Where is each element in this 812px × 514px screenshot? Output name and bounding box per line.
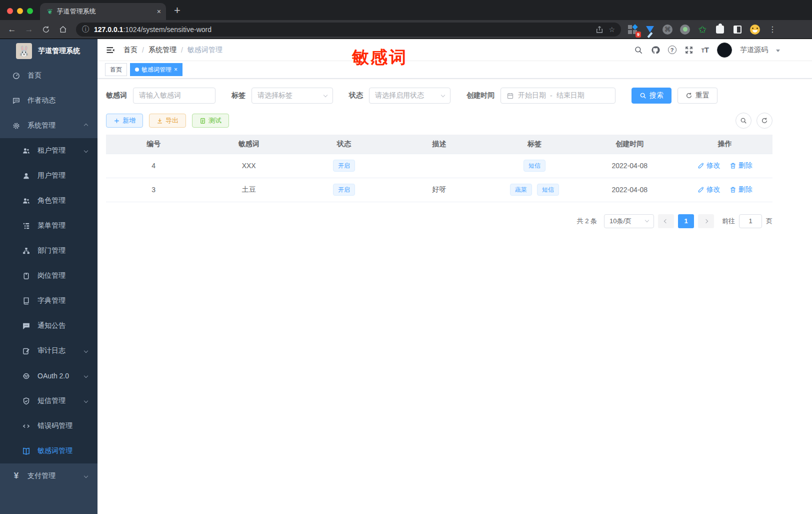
- app-logo[interactable]: 🐰 芋道管理系统: [0, 39, 98, 63]
- extensions-area: 9 ⌘ ✩ ⋮: [627, 24, 807, 35]
- table-toolbar: 新增 导出 测试: [106, 113, 772, 129]
- extension-star-icon[interactable]: ✩: [697, 24, 708, 35]
- refresh-icon: [761, 117, 768, 124]
- close-window-button[interactable]: [7, 8, 13, 14]
- tag-home[interactable]: 首页: [105, 63, 127, 76]
- bookmark-star-icon[interactable]: ☆: [608, 26, 615, 34]
- username[interactable]: 芋道源码: [740, 46, 768, 55]
- sidebar-item-role[interactable]: 角色管理: [0, 188, 98, 213]
- help-icon[interactable]: ?: [668, 46, 676, 54]
- goto-page-input[interactable]: 1: [739, 214, 762, 228]
- tag-select[interactable]: 请选择标签: [252, 88, 333, 104]
- delete-button[interactable]: 删除: [730, 185, 752, 194]
- sidebar-item-dept[interactable]: 部门管理: [0, 238, 98, 263]
- share-icon[interactable]: [596, 26, 604, 34]
- sidebar-item-oauth[interactable]: OAuth 2.0: [0, 363, 98, 388]
- sidebar-item-sms[interactable]: 短信管理: [0, 388, 98, 413]
- tree-menu-icon: [22, 222, 30, 230]
- forward-button[interactable]: →: [22, 23, 36, 37]
- keyword-input[interactable]: 请输入敏感词: [133, 88, 216, 104]
- reset-button[interactable]: 重置: [678, 88, 718, 104]
- tab-favicon-icon: ❦: [47, 8, 53, 16]
- page-1-button[interactable]: 1: [678, 214, 694, 228]
- window-controls[interactable]: [0, 8, 40, 20]
- cell-description: 好呀: [392, 178, 486, 202]
- sidebar-item-label: 用户管理: [38, 171, 66, 180]
- sidebar-item-author-news[interactable]: 作者动态: [0, 88, 98, 113]
- tag-sensitive-word[interactable]: 敏感词管理 ×: [130, 63, 182, 76]
- back-button[interactable]: ←: [5, 23, 19, 37]
- date-range-picker[interactable]: 开始日期 - 结束日期: [500, 88, 616, 104]
- pagination: 共 2 条 10条/页 1 前往 1 页: [106, 214, 772, 228]
- sidebar-item-menu[interactable]: 菜单管理: [0, 213, 98, 238]
- tag-close-icon[interactable]: ×: [174, 66, 178, 73]
- chevron-down-icon: [84, 149, 88, 153]
- filter-date-label: 创建时间: [466, 91, 494, 100]
- user-menu-caret-icon[interactable]: [776, 50, 780, 52]
- new-tab-button[interactable]: +: [166, 5, 188, 20]
- chat-icon: [12, 97, 20, 105]
- sidebar-item-pay[interactable]: ¥ 支付管理: [0, 463, 98, 488]
- extension-puzzle-icon[interactable]: [714, 24, 726, 35]
- delete-button[interactable]: 删除: [730, 161, 752, 170]
- profile-avatar-icon[interactable]: [750, 24, 760, 35]
- sidebar-item-label: 短信管理: [38, 396, 66, 405]
- sidebar-item-user[interactable]: 用户管理: [0, 163, 98, 188]
- filter-keyword: 敏感词 请输入敏感词: [106, 88, 216, 104]
- sidebar-item-label: 岗位管理: [38, 271, 66, 280]
- user-avatar[interactable]: [717, 43, 732, 58]
- sidebar-item-error-code[interactable]: 错误码管理: [0, 413, 98, 438]
- add-button[interactable]: 新增: [106, 114, 143, 128]
- minimize-window-button[interactable]: [17, 8, 23, 14]
- page-size-select[interactable]: 10条/页: [604, 214, 654, 228]
- toggle-search-button[interactable]: [736, 113, 752, 129]
- cell-word: 土豆: [201, 178, 296, 202]
- search-icon: [740, 117, 747, 124]
- cell-description: [392, 154, 486, 178]
- extension-funnel-icon[interactable]: [644, 24, 656, 35]
- sidebar-item-sensitive-word[interactable]: 敏感词管理: [0, 438, 98, 463]
- filter-tag-label: 标签: [232, 91, 246, 100]
- sidebar-item-tenant[interactable]: 租户管理: [0, 138, 98, 163]
- chevron-up-icon: [84, 124, 88, 128]
- refresh-table-button[interactable]: [756, 113, 772, 129]
- sidebar-item-dict[interactable]: 字典管理: [0, 288, 98, 313]
- sidebar-item-label: 菜单管理: [38, 221, 66, 230]
- home-button[interactable]: [56, 23, 70, 37]
- breadcrumb-home[interactable]: 首页: [124, 46, 138, 55]
- browser-menu-icon[interactable]: ⋮: [767, 24, 778, 35]
- chevron-down-icon: [441, 93, 445, 97]
- sidepanel-icon[interactable]: [732, 24, 743, 35]
- fullscreen-icon[interactable]: [684, 46, 694, 55]
- extension-grid-icon[interactable]: 9: [627, 24, 638, 35]
- filter-keyword-label: 敏感词: [106, 91, 127, 100]
- extension-record-icon[interactable]: [680, 24, 690, 35]
- site-info-icon[interactable]: ⓘ: [82, 25, 89, 34]
- github-icon[interactable]: [651, 46, 660, 55]
- search-button[interactable]: 搜索: [632, 88, 672, 104]
- edit-button[interactable]: 修改: [698, 161, 720, 170]
- edit-button[interactable]: 修改: [698, 185, 720, 194]
- address-bar[interactable]: ⓘ 127.0.0.1:1024/system/sensitive-word ☆: [76, 23, 621, 37]
- sidebar-item-home[interactable]: 首页: [0, 63, 98, 88]
- status-select[interactable]: 请选择启用状态: [369, 88, 450, 104]
- sidebar-item-notice[interactable]: 通知公告: [0, 313, 98, 338]
- breadcrumb-system[interactable]: 系统管理: [148, 46, 176, 55]
- extension-command-icon[interactable]: ⌘: [662, 24, 673, 35]
- next-page-button[interactable]: [698, 214, 714, 228]
- search-icon[interactable]: [634, 46, 643, 55]
- font-size-icon[interactable]: TT: [702, 46, 709, 54]
- prev-page-button[interactable]: [658, 214, 674, 228]
- sidebar-item-post[interactable]: 岗位管理: [0, 263, 98, 288]
- browser-tab[interactable]: ❦ 芋道管理系统 ×: [40, 3, 166, 20]
- zoom-window-button[interactable]: [27, 8, 33, 14]
- export-button[interactable]: 导出: [149, 114, 186, 128]
- sidebar-item-audit-log[interactable]: 审计日志: [0, 338, 98, 363]
- sidebar-item-system[interactable]: 系统管理: [0, 113, 98, 138]
- page-content: 敏感词 请输入敏感词 标签 请选择标签 状态 请选择启用状态: [98, 79, 812, 228]
- reload-button[interactable]: [39, 23, 53, 37]
- plus-icon: [114, 118, 120, 124]
- fold-sidebar-icon[interactable]: [106, 45, 116, 55]
- test-button[interactable]: 测试: [192, 114, 229, 128]
- tab-close-icon[interactable]: ×: [157, 8, 161, 16]
